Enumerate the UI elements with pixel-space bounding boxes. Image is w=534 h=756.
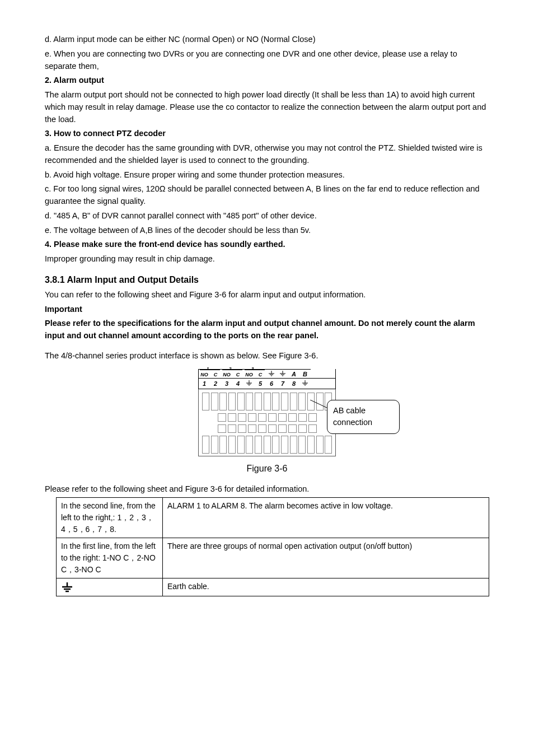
heading-earthed: 4. Please make sure the front-end device… [45,239,489,251]
body-text: b. Avoid high voltage. Ensure proper wir… [45,169,489,181]
body-text: You can refer to the following sheet and… [45,289,489,301]
ground-icon [61,581,73,594]
figure-caption: Figure 3-6 [45,462,489,475]
diagram-bottom-row: 1 2 3 4 5 6 7 8 [198,378,336,389]
ground-icon [268,372,275,379]
table-row: Earth cable. [57,578,489,596]
svg-line-16 [310,400,329,409]
heading-381: 3.8.1 Alarm Input and Output Details [45,273,489,287]
table-row: In the first line, from the left to the … [57,538,489,578]
table-cell: ALARM 1 to ALARM 8. The alarm becomes ac… [163,498,489,538]
body-text: Please refer to the following sheet and … [45,483,489,496]
body-text: e. The voltage between of A,B lines of t… [45,225,489,237]
ground-icon [302,382,308,389]
table-cell: In the first line, from the left to the … [57,538,163,578]
ground-icon [246,382,252,389]
table-cell: There are three groups of normal open ac… [163,538,489,578]
heading-alarm-output: 2. Alarm output [45,74,489,87]
table-cell: In the second line, from the left to the… [57,498,163,538]
info-table: In the second line, from the left to the… [56,497,489,596]
heading-ptz-decoder: 3. How to connect PTZ decoder [45,128,489,140]
body-text: e. When you are connecting two DVRs or y… [45,48,489,73]
table-row: In the second line, from the left to the… [57,498,489,538]
heading-important: Important [45,304,489,316]
body-text: The alarm output port should not be conn… [45,89,489,125]
diagram-top-row: NO 1 C NO 2 C NO 3 C A [198,369,336,378]
diagram-body [198,389,336,456]
ground-icon [279,372,286,379]
body-text: a. Ensure the decoder has the same groun… [45,142,489,167]
callout-leader-line [310,400,329,411]
callout-ab-cable: AB cable connection [327,400,400,435]
body-text: d. "485 A, B" of DVR cannot parallel con… [45,210,489,222]
table-cell: Earth cable. [163,578,489,596]
body-text: c. For too long signal wires, 120Ω shoul… [45,183,489,208]
body-text: The 4/8-channel series product interface… [45,350,489,362]
body-text: Improper grounding may result in chip da… [45,253,489,265]
body-text-bold: Please refer to the specifications for t… [45,318,489,342]
table-cell-ground-icon [57,578,163,596]
body-text: d. Alarm input mode can be either NC (no… [45,34,489,46]
figure-3-6: NO 1 C NO 2 C NO 3 C A [45,369,489,456]
